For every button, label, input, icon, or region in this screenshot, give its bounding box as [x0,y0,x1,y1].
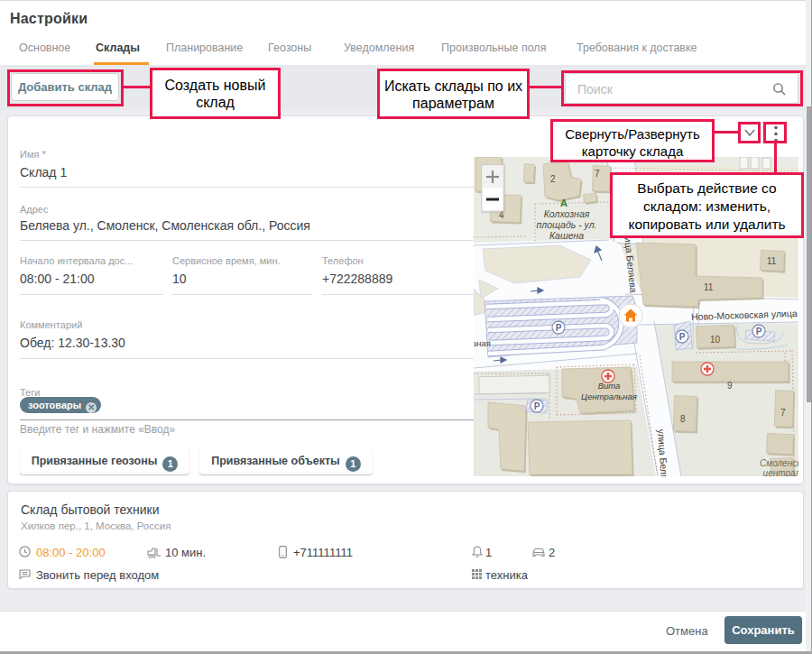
svg-text:Смоленск: Смоленск [760,458,798,468]
svg-text:7: 7 [780,408,786,418]
svg-text:4: 4 [499,210,504,220]
svg-text:P: P [756,327,762,336]
svg-text:Центральная: Центральная [581,391,637,401]
svg-text:2: 2 [550,174,556,184]
svg-text:Колхозная: Колхозная [544,208,590,219]
svg-text:площадь - ул.: площадь - ул. [536,219,596,230]
svg-text:Колхозная: Колхозная [474,338,491,348]
svg-text:11: 11 [767,256,777,266]
svg-text:7: 7 [595,169,600,179]
svg-text:P: P [534,401,540,411]
svg-text:централь: централь [763,468,798,476]
svg-text:P: P [556,323,562,333]
svg-text:9: 9 [727,381,733,391]
svg-text:11: 11 [704,282,714,292]
svg-text:P: P [679,332,686,342]
svg-text:А: А [560,198,567,208]
svg-text:8: 8 [680,414,686,424]
svg-text:10: 10 [710,335,721,345]
svg-text:Кашена: Кашена [549,230,584,241]
